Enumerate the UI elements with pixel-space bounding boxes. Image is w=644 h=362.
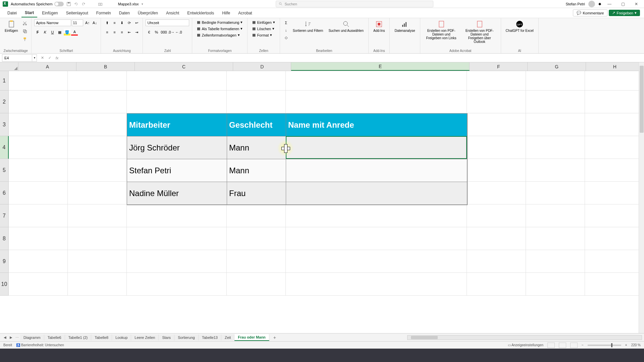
diamond-icon[interactable]: ◆ (598, 2, 601, 6)
sheet-tab[interactable]: Lookup (112, 335, 131, 341)
col-header-D[interactable]: D (233, 62, 291, 71)
horizontal-scrollbar[interactable] (407, 335, 642, 340)
insert-cells-button[interactable]: ▦ Einfügen ▾ (250, 19, 277, 25)
delete-cells-button[interactable]: ▦ Löschen ▾ (250, 26, 276, 32)
tab-einfuegen[interactable]: Einfügen (39, 9, 61, 17)
copy-button[interactable] (21, 27, 29, 35)
col-header-A[interactable]: A (18, 62, 76, 71)
font-color-button[interactable]: A (71, 29, 78, 36)
row-header-9[interactable]: 9 (0, 250, 9, 273)
name-box[interactable]: E4 (2, 54, 32, 62)
cancel-formula-button[interactable]: ✕ (39, 55, 46, 61)
sheet-nav-prev[interactable]: ◀ (2, 335, 8, 341)
format-painter-button[interactable] (21, 36, 29, 43)
row-header-10[interactable]: 10 (0, 273, 9, 296)
increase-indent-button[interactable]: ⇥ (133, 29, 140, 36)
tab-seitenlayout[interactable]: Seitenlayout (63, 9, 92, 17)
col-header-H[interactable]: H (586, 62, 644, 71)
page-break-view-button[interactable] (570, 343, 578, 348)
sheet-tab[interactable]: Tabelle1 (2) (65, 335, 91, 341)
font-size-select[interactable] (72, 19, 83, 26)
tab-hilfe[interactable]: Hilfe (219, 9, 233, 17)
name-box-dropdown[interactable]: ▾ (32, 54, 37, 62)
table-cell[interactable]: Nadine Müller (127, 182, 227, 205)
display-settings-button[interactable]: ▭ Anzeigeeinstellungen (508, 343, 543, 347)
sheet-tab[interactable]: Tabelle8 (91, 335, 112, 341)
autosave-toggle[interactable]: Automatisches Speichern (11, 2, 64, 6)
table-header-geschlecht[interactable]: Geschlecht (227, 114, 286, 136)
row-header-2[interactable]: 2 (0, 90, 9, 113)
orientation-button[interactable]: ⟳ (126, 19, 132, 26)
table-cell[interactable]: Jörg Schröder (127, 136, 227, 159)
add-sheet-button[interactable]: + (271, 334, 278, 341)
maximize-button[interactable]: ▢ (618, 1, 628, 7)
pdf-share-outlook-button[interactable]: Erstellen von PDF-Dateien und Freigeben … (461, 19, 498, 44)
col-header-F[interactable]: F (470, 62, 528, 71)
table-cell[interactable] (286, 136, 467, 159)
windows-taskbar[interactable] (0, 349, 644, 362)
table-cell[interactable] (286, 182, 467, 205)
formula-input[interactable] (62, 54, 644, 62)
row-header-8[interactable]: 8 (0, 227, 9, 250)
autosum-button[interactable]: Σ (283, 19, 289, 26)
wrap-text-button[interactable]: ↩ (133, 19, 140, 26)
tab-start[interactable]: Start (21, 9, 37, 17)
row-header-7[interactable]: 7 (0, 204, 9, 227)
select-all-corner[interactable] (0, 62, 18, 71)
table-header-anrede[interactable]: Name mit Anrede (286, 114, 467, 136)
addins-button[interactable]: Add-Ins (371, 19, 387, 33)
filename[interactable]: Mappe3.xlsx (118, 2, 139, 6)
user-name[interactable]: Stefan Petri (566, 2, 585, 6)
sheet-tab[interactable]: Stars (159, 335, 174, 341)
decrease-decimal-button[interactable]: ←.0 (175, 29, 182, 36)
data-analysis-button[interactable]: Datenanalyse (392, 19, 417, 33)
col-header-E[interactable]: E (291, 62, 470, 71)
underline-button[interactable]: U (49, 29, 56, 36)
sheet-tab[interactable]: Tabelle6 (44, 335, 65, 341)
percent-button[interactable]: % (153, 29, 160, 36)
camera-icon[interactable] (98, 2, 103, 6)
format-as-table-button[interactable]: ▦ Als Tabelle formatieren ▾ (195, 26, 245, 32)
table-header-mitarbeiter[interactable]: Mitarbeiter (127, 114, 227, 136)
tab-formeln[interactable]: Formeln (93, 9, 114, 17)
sheet-nav-more[interactable]: ⋯ (14, 335, 20, 341)
page-layout-view-button[interactable] (559, 343, 566, 348)
search-input[interactable]: Suchen (276, 1, 433, 7)
save-icon[interactable] (66, 2, 71, 6)
decrease-indent-button[interactable]: ⇤ (126, 29, 132, 36)
align-middle-button[interactable]: ≡ (111, 19, 118, 26)
col-header-B[interactable]: B (76, 62, 135, 71)
zoom-level[interactable]: 220 % (631, 343, 641, 347)
chatgpt-button[interactable]: GPT ChatGPT for Excel (504, 19, 536, 33)
cell-styles-button[interactable]: ▦ Zellenformatvorlagen ▾ (195, 32, 241, 38)
comments-button[interactable]: 💬 Kommentare (573, 9, 607, 16)
sheet-tab[interactable]: Sortierung (174, 335, 199, 341)
accessibility-status[interactable]: ♿ Barrierefreiheit: Untersuchen (16, 343, 64, 347)
toggle-switch-icon[interactable] (54, 2, 64, 6)
row-header-4[interactable]: 4 (0, 136, 9, 159)
align-right-button[interactable]: ≡ (118, 29, 125, 36)
table-cell[interactable]: Mann (227, 136, 286, 159)
normal-view-button[interactable] (547, 343, 555, 348)
decrease-font-button[interactable]: A↓ (91, 19, 98, 26)
align-top-button[interactable]: ⬆ (104, 19, 110, 26)
number-format-select[interactable] (146, 19, 189, 26)
tab-ansicht[interactable]: Ansicht (163, 9, 182, 17)
font-family-select[interactable] (34, 19, 71, 26)
tab-ueberpruefen[interactable]: Überprüfen (135, 9, 161, 17)
currency-button[interactable]: € (146, 29, 152, 36)
increase-decimal-button[interactable]: .0→ (168, 29, 174, 36)
sheet-tab[interactable]: Zeit (221, 335, 234, 341)
col-header-G[interactable]: G (528, 62, 586, 71)
table-cell[interactable]: Mann (227, 159, 286, 182)
align-center-button[interactable]: ≡ (111, 29, 118, 36)
share-button[interactable]: ↗ Freigeben ▾ (609, 10, 640, 16)
vertical-scrollbar[interactable] (639, 62, 644, 333)
fill-button[interactable]: ↓ (283, 27, 289, 34)
accept-formula-button[interactable]: ✓ (46, 55, 53, 61)
sheet-tab[interactable]: Tabelle13 (199, 335, 221, 341)
find-select-button[interactable]: Suchen und Auswählen (326, 19, 366, 33)
minimize-button[interactable]: — (604, 1, 614, 7)
thousands-button[interactable]: 000 (160, 29, 167, 36)
row-header-6[interactable]: 6 (0, 182, 9, 204)
